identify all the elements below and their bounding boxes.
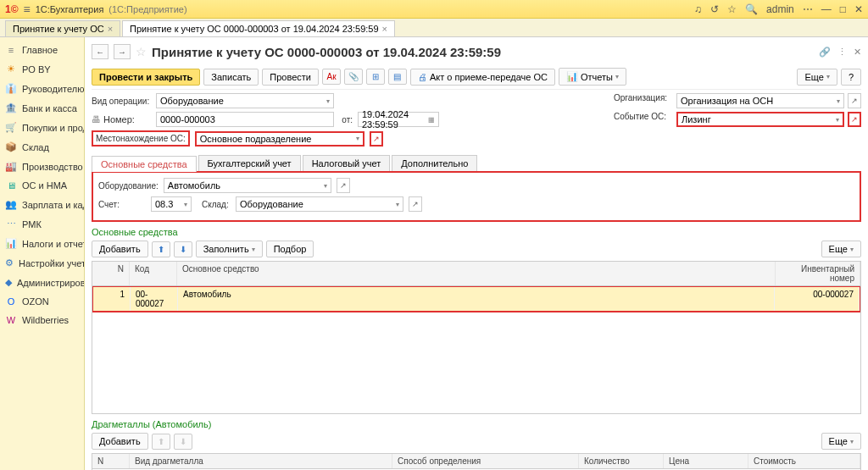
sidebar-label: Склад [22,142,49,152]
bell-icon[interactable]: ♫ [694,3,702,15]
save-button[interactable]: Записать [203,69,259,86]
org-open-button[interactable]: ↗ [848,93,861,108]
tab-close-icon[interactable]: × [108,24,113,34]
loc-open-button[interactable]: ↗ [370,131,383,147]
basis-button[interactable]: ▤ [388,69,407,85]
col-name[interactable]: Основное средство [177,262,776,285]
equip-field[interactable]: Автомобиль▾ [164,178,331,193]
sidebar-icon: ≡ [5,45,17,55]
loc-field[interactable]: Основное подразделение▾ [195,131,364,147]
link-icon[interactable]: 🔗 [819,47,831,58]
wh-label: Склад: [202,200,231,209]
print-act-button[interactable]: 🖨Акт о приеме-передаче ОС [410,69,555,86]
os-more-button[interactable]: Еще▾ [821,241,861,257]
col-st[interactable]: Стоимость [748,454,860,468]
menu-icon[interactable]: ≡ [24,3,31,16]
tab-dop[interactable]: Дополнительно [392,155,477,171]
tab-os[interactable]: Основные средства [92,156,197,172]
sidebar-item-11[interactable]: ⚙Настройки учета [0,253,84,273]
sidebar-label: Настройки учета [19,258,85,268]
wh-field[interactable]: Оборудование▾ [236,196,403,212]
nav-back-button[interactable]: ← [92,44,108,59]
maximize-icon[interactable]: □ [840,3,846,15]
sidebar-item-0[interactable]: ≡Главное [0,41,84,59]
minimize-icon[interactable]: — [821,3,832,15]
dm-down-button[interactable]: ⬇ [174,434,192,450]
dm-add-button[interactable]: Добавить [92,433,148,450]
user-label[interactable]: admin [766,3,794,15]
org-label: Организация: [614,93,673,108]
help-button[interactable]: ? [841,69,861,86]
account-field[interactable]: 08.3▾ [151,196,192,212]
movements-button[interactable]: Ак [322,69,341,85]
close-form-icon[interactable]: ✕ [854,47,861,58]
favorite-star-icon[interactable]: ☆ [136,45,147,58]
col-kol[interactable]: Количество [579,454,664,468]
structure-button[interactable]: ⊞ [366,69,385,85]
doc-tab-1[interactable]: Принятие к учету ОС 0000-000003 от 19.04… [122,20,395,36]
search-icon[interactable]: 🔍 [745,3,758,15]
op-type-field[interactable]: Оборудование▾ [156,93,334,108]
post-button[interactable]: Провести [262,69,319,86]
number-field[interactable]: 0000-000003 [156,112,334,127]
col-sp[interactable]: Способ определения [392,454,579,468]
more-button[interactable]: Еще▾ [797,69,837,86]
col-n[interactable]: N [92,262,130,285]
sidebar-item-12[interactable]: ◆Администрирование [0,273,84,292]
product-name: 1С:Бухгалтерия [36,4,104,14]
org-field[interactable]: Организация на ОСН▾ [676,93,844,108]
tab-close-icon[interactable]: × [382,24,387,34]
sidebar-item-4[interactable]: 🛒Покупки и продажи [0,118,84,137]
sidebar-item-9[interactable]: ⋯РМК [0,214,84,234]
sidebar-item-2[interactable]: 👔Руководителю [0,79,84,98]
event-open-button[interactable]: ↗ [848,112,861,127]
tab-nal[interactable]: Налоговый учет [303,155,391,171]
settings-icon[interactable]: ⋯ [803,3,813,15]
attach-button[interactable]: 📎 [344,69,363,85]
sidebar-item-10[interactable]: 📊Налоги и отчетность [0,234,84,253]
doc-tab-label: Принятие к учету ОС [13,24,104,34]
os-up-button[interactable]: ⬆ [152,241,170,257]
col-n[interactable]: N [92,454,130,468]
post-and-close-button[interactable]: Провести и закрыть [92,69,200,86]
sidebar-item-1[interactable]: ☀PO BY [0,59,84,79]
nav-fwd-button[interactable]: → [114,44,131,59]
sidebar-item-7[interactable]: 🖥ОС и НМА [0,176,84,195]
wh-open-button[interactable]: ↗ [409,196,422,212]
sidebar-item-14[interactable]: WWildberries [0,311,84,329]
sidebar-item-6[interactable]: 🏭Производство [0,157,84,176]
date-field[interactable]: 19.04.2024 23:59:59▦ [358,112,439,127]
sidebar-item-8[interactable]: 👥Зарплата и кадры [0,195,84,214]
os-fill-button[interactable]: Заполнить▾ [196,241,263,257]
more-icon[interactable]: ⋮ [837,47,847,58]
account-label: Счет: [98,200,146,209]
col-inv[interactable]: Инвентарный номер [776,262,860,285]
os-add-button[interactable]: Добавить [92,241,148,257]
sidebar-item-3[interactable]: 🏦Банк и касса [0,98,84,118]
history-icon[interactable]: ↺ [710,3,719,15]
col-vid[interactable]: Вид драгметалла [130,454,392,468]
sidebar-label: РМК [22,219,42,229]
doc-tab-0[interactable]: Принятие к учету ОС × [5,20,120,36]
event-field[interactable]: Лизинг▾ [676,112,844,127]
dm-more-button[interactable]: Еще▾ [821,433,861,450]
tab-buh[interactable]: Бухгалтерский учет [198,155,301,171]
sidebar-label: Налоги и отчетность [22,239,85,249]
col-kod[interactable]: Код [130,262,177,285]
dm-table: N Вид драгметалла Способ определения Кол… [92,453,861,470]
dm-up-button[interactable]: ⬆ [152,434,170,450]
op-type-label: Вид операции: [92,97,151,106]
sidebar-item-13[interactable]: OOZON [0,292,84,311]
reports-button[interactable]: 📊Отчеты▾ [559,68,626,86]
sidebar-label: ОС и НМА [22,180,67,191]
equip-panel: Оборудование: Автомобиль▾ ↗ Счет: 08.3▾ … [92,171,861,222]
sidebar-item-5[interactable]: 📦Склад [0,137,84,157]
equip-open-button[interactable]: ↗ [337,178,350,193]
table-row[interactable]: 1 00-000027 Автомобиль 00-000027 [92,286,860,312]
sidebar-icon: 👔 [5,83,17,94]
col-cena[interactable]: Цена [664,454,748,468]
os-pick-button[interactable]: Подбор [266,241,314,257]
star-icon[interactable]: ☆ [727,3,737,15]
os-down-button[interactable]: ⬇ [174,241,192,257]
close-icon[interactable]: ✕ [854,3,863,15]
